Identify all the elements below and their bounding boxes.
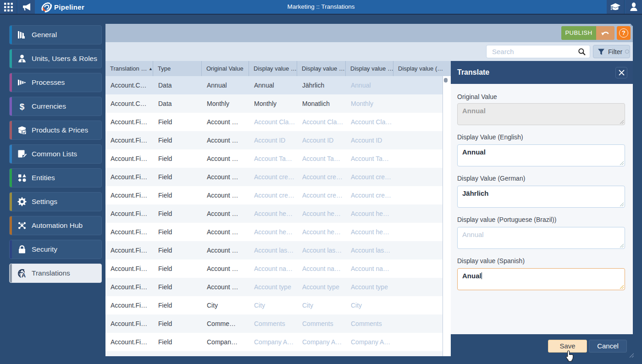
- svg-text:$: $: [20, 102, 25, 111]
- svg-text:A: A: [22, 272, 26, 278]
